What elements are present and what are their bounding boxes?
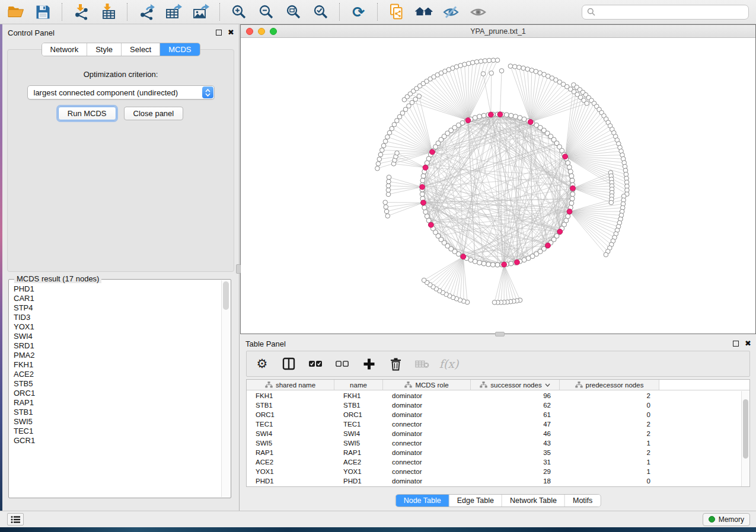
desktop-wallpaper-bottom-edge [0,527,756,532]
export-table-icon[interactable] [164,3,183,21]
mcds-node[interactable]: ORC1 [9,389,221,398]
mcds-node[interactable]: SWI4 [9,332,221,341]
window-minimize-light[interactable] [258,28,265,35]
export-image-icon[interactable] [191,3,210,21]
refresh-layout-icon[interactable]: ⟳ [349,3,368,21]
close-panel-icon[interactable]: ✖ [228,28,234,36]
unselect-all-icon[interactable] [335,356,349,371]
import-network-icon[interactable] [71,3,91,21]
task-history-button[interactable] [7,513,24,525]
import-table-icon[interactable] [98,3,118,21]
run-mcds-button[interactable]: Run MCDS [58,107,116,120]
mcds-node[interactable]: SWI5 [9,417,221,427]
tab-network-table[interactable]: Network Table [502,495,565,507]
tab-mcds[interactable]: MCDS [160,43,199,56]
column-header-predecessor-nodes[interactable]: predecessor nodes [560,380,659,390]
window-zoom-light[interactable] [270,28,277,35]
table-scrollbar[interactable] [741,391,749,486]
mcds-node[interactable]: RAP1 [9,398,221,408]
criterion-dropdown[interactable]: largest connected component (undirected) [27,85,215,100]
window-close-light[interactable] [246,28,253,35]
table-panel-title: Table Panel [245,339,286,348]
mcds-node[interactable]: GCR1 [9,436,221,446]
mcds-node[interactable]: ACE2 [9,370,221,379]
table-panel: Table Panel ✖ ⚙ f(x) shar [240,335,756,511]
column-header-shared-name[interactable]: shared name [247,380,334,390]
mcds-node[interactable]: STP4 [9,303,221,313]
column-header-name[interactable]: name [334,380,383,390]
table-options-gear-icon[interactable]: ⚙ [255,356,269,371]
mcds-result-groupbox: MCDS result (17 nodes) PHD1 CAR1 STP4 TI… [8,279,231,498]
column-header-mcds-role[interactable]: MCDS role [383,380,471,390]
node-table-header: shared name name MCDS role successor nod… [247,380,749,390]
select-all-icon[interactable] [308,356,323,371]
attribute-tree-icon [575,382,583,388]
save-session-icon[interactable] [33,3,53,21]
column-header-successor-nodes[interactable]: successor nodes [471,380,560,390]
hide-selected-icon[interactable] [441,3,461,21]
search-input[interactable] [598,8,744,16]
mcds-node[interactable]: SRD1 [9,341,221,351]
table-row[interactable]: YOX1YOX1connector291 [247,467,741,476]
open-file-icon[interactable] [6,3,25,21]
tab-node-table[interactable]: Node Table [396,495,449,507]
table-toolbar: ⚙ f(x) [246,351,750,377]
zoom-in-icon[interactable] [229,3,248,21]
toolbar-separator [62,3,62,21]
table-row[interactable]: ACE2ACE2connector311 [247,457,741,467]
zoom-out-icon[interactable] [256,3,276,21]
mcds-node[interactable]: PMA2 [9,351,221,360]
main-toolbar: ⟳ [0,0,756,24]
horizontal-splitter-grip[interactable] [495,332,505,336]
table-row[interactable]: TEC1TEC1connector472 [247,419,741,429]
close-panel-button[interactable]: Close panel [124,107,184,120]
table-row[interactable]: SWI5SWI5connector431 [247,438,741,448]
zoom-fit-icon[interactable] [283,3,303,21]
mcds-node[interactable]: YOX1 [9,322,221,332]
network-window-title: YPA_prune.txt_1 [470,27,526,36]
mcds-node[interactable]: STB5 [9,379,221,389]
vertical-splitter-grip[interactable] [236,264,241,274]
network-canvas[interactable] [241,38,755,334]
mcds-result-list[interactable]: PHD1 CAR1 STP4 TID3 YOX1 SWI4 SRD1 PMA2 … [9,284,221,497]
table-row[interactable]: ORC1ORC1dominator610 [247,410,741,419]
table-row[interactable]: RAP1RAP1dominator352 [247,448,741,457]
table-row[interactable]: FKH1FKH1dominator962 [247,391,741,400]
memory-label: Memory [719,515,744,524]
mcds-node[interactable]: STB1 [9,408,221,417]
float-panel-icon[interactable] [216,30,222,36]
mcds-node[interactable]: CAR1 [9,294,221,303]
memory-button[interactable]: Memory [703,513,750,526]
tab-network[interactable]: Network [42,43,87,56]
mcds-list-scrollbar[interactable] [221,280,230,497]
search-field[interactable] [582,5,749,20]
mcds-node[interactable]: PHD1 [9,284,221,294]
control-panel-title: Control Panel [8,28,55,37]
sort-descending-icon [545,383,550,387]
toolbar-separator [339,3,340,21]
duplicate-network-icon[interactable] [387,3,406,21]
add-column-icon[interactable] [362,356,376,371]
close-panel-icon[interactable]: ✖ [745,339,751,347]
table-row[interactable]: STB1STB1dominator620 [247,400,741,410]
mcds-node[interactable]: TEC1 [9,427,221,436]
tab-style[interactable]: Style [87,43,122,56]
delete-column-icon[interactable] [388,356,403,371]
tab-select[interactable]: Select [122,43,160,56]
tab-motifs[interactable]: Motifs [565,495,600,507]
delete-table-icon [415,356,429,371]
table-row[interactable]: PHD1PHD1dominator180 [247,476,741,486]
mcds-node[interactable]: FKH1 [9,360,221,370]
float-panel-icon[interactable] [733,341,739,347]
status-bar: Memory [0,511,756,527]
export-network-icon[interactable] [136,3,156,21]
zoom-selected-icon[interactable] [311,3,330,21]
split-panel-icon[interactable] [282,356,296,371]
network-window-titlebar[interactable]: YPA_prune.txt_1 [241,25,755,38]
mcds-node[interactable]: TID3 [9,313,221,322]
first-neighbors-icon[interactable] [414,3,433,21]
tab-edge-table[interactable]: Edge Table [449,495,502,507]
table-row[interactable]: SWI4SWI4dominator462 [247,429,741,438]
toolbar-separator [219,3,220,21]
show-graphics-details-icon[interactable] [468,3,488,21]
